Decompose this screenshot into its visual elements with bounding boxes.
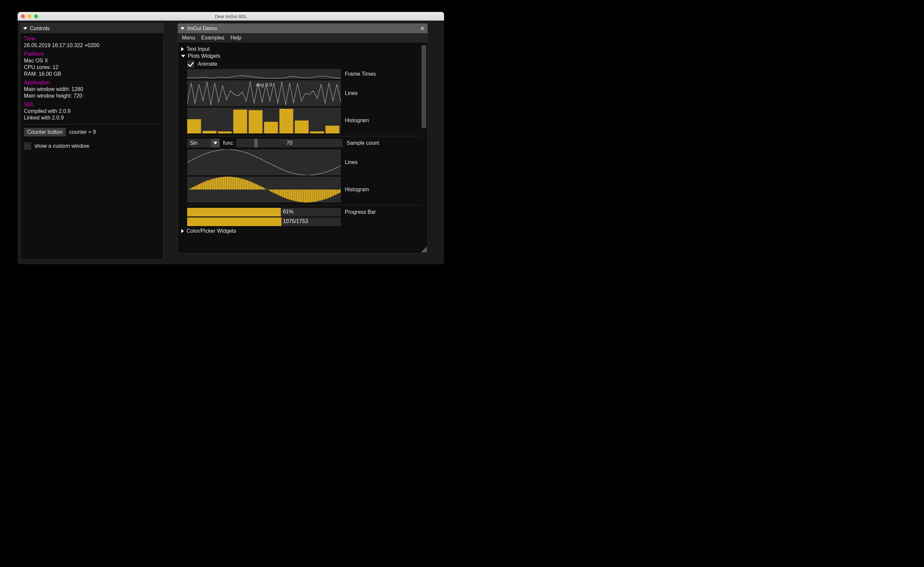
frame-times-row: Frame Times — [187, 69, 421, 79]
platform-os: Mac OS X — [24, 58, 160, 64]
tree-plots-widgets[interactable]: Plots Widgets — [181, 53, 421, 59]
sample-count-value: 70 — [286, 140, 292, 146]
svg-rect-39 — [251, 182, 253, 189]
platform-label: Platform — [24, 51, 160, 57]
text-input-label: Text Input — [186, 46, 209, 52]
svg-rect-0 — [187, 119, 201, 134]
svg-rect-12 — [192, 187, 194, 189]
svg-rect-55 — [286, 189, 288, 199]
svg-rect-36 — [244, 180, 246, 189]
svg-rect-4 — [249, 110, 262, 134]
svg-rect-78 — [336, 189, 339, 194]
slider-grab[interactable] — [254, 139, 258, 147]
svg-rect-51 — [277, 189, 279, 195]
svg-rect-34 — [240, 178, 242, 190]
svg-rect-20 — [209, 180, 211, 189]
counter-button[interactable]: Counter button — [24, 128, 66, 136]
controls-body: Time 26.05.2019 16:17:10.322 +0200 Platf… — [21, 33, 163, 259]
svg-rect-43 — [260, 186, 261, 189]
time-label: Time — [24, 36, 160, 42]
svg-rect-60 — [297, 189, 299, 202]
svg-rect-28 — [226, 177, 229, 189]
func-combo-button[interactable] — [211, 139, 220, 147]
collapse-icon — [181, 55, 185, 57]
svg-rect-6 — [279, 109, 293, 134]
tree-color-picker[interactable]: Color/Picker Widgets — [181, 228, 421, 234]
svg-rect-5 — [264, 122, 278, 134]
svg-rect-59 — [295, 189, 297, 201]
sin-hist-plot — [187, 177, 341, 202]
svg-rect-16 — [201, 183, 202, 190]
sdl-compiled: Compiled with 2.0.9 — [24, 108, 160, 114]
platform-ram: RAM: 16.00 GB — [24, 71, 160, 77]
svg-rect-70 — [319, 189, 321, 201]
svg-rect-48 — [270, 189, 273, 192]
svg-rect-76 — [332, 189, 334, 196]
resize-grip[interactable] — [421, 246, 427, 252]
mac-titlebar[interactable]: Dear ImGui SDL — [18, 12, 444, 21]
svg-rect-53 — [282, 189, 284, 197]
expand-icon — [181, 47, 184, 51]
content-area: Controls Time 26.05.2019 16:17:10.322 +0… — [18, 21, 444, 264]
svg-rect-13 — [194, 186, 196, 189]
svg-rect-73 — [326, 189, 328, 199]
svg-rect-3 — [233, 110, 247, 134]
show-custom-checkbox[interactable] — [24, 142, 31, 150]
svg-rect-63 — [304, 189, 306, 202]
demo-body: Menu Examples Help Text Input Plots Widg… — [178, 33, 428, 253]
platform-cpu: CPU cores: 12 — [24, 64, 160, 70]
svg-rect-2 — [218, 132, 232, 134]
menu-help[interactable]: Help — [230, 35, 241, 41]
func-row: Sin func 70 Sample count — [187, 139, 421, 147]
close-icon[interactable]: ✕ — [420, 26, 425, 32]
animate-checkbox[interactable] — [187, 60, 195, 68]
collapse-icon[interactable] — [180, 27, 184, 30]
svg-rect-21 — [212, 179, 213, 189]
svg-rect-29 — [229, 177, 231, 189]
svg-rect-24 — [218, 177, 220, 189]
svg-rect-19 — [207, 180, 209, 189]
sdl-label: SDL — [24, 102, 160, 108]
app-height: Main window height: 720 — [24, 93, 160, 99]
svg-rect-66 — [310, 189, 312, 202]
svg-rect-75 — [330, 189, 332, 197]
color-picker-label: Color/Picker Widgets — [186, 228, 236, 234]
sample-count-slider[interactable]: 70 — [236, 139, 342, 147]
progress-frac-row: 1075/1753 — [187, 218, 421, 226]
svg-rect-58 — [293, 189, 295, 201]
svg-rect-23 — [216, 178, 218, 189]
svg-rect-47 — [268, 189, 270, 190]
svg-rect-38 — [249, 181, 250, 189]
demo-window: ImGui Demo ✕ Menu Examples Help Text Inp… — [178, 23, 428, 253]
svg-rect-9 — [326, 126, 339, 134]
histogram-label: Histogram — [345, 117, 369, 123]
svg-rect-68 — [315, 189, 316, 202]
svg-rect-49 — [273, 189, 275, 193]
time-value: 26.05.2019 16:17:10.322 +0200 — [24, 42, 160, 48]
svg-rect-52 — [279, 189, 282, 196]
svg-rect-45 — [264, 189, 266, 189]
progress-text: 61% — [283, 209, 293, 215]
progress-row: 61% Progress Bar — [187, 208, 421, 216]
svg-rect-22 — [213, 178, 215, 190]
scrollbar[interactable] — [422, 45, 426, 128]
svg-rect-61 — [299, 189, 301, 202]
svg-rect-37 — [247, 180, 249, 189]
separator — [24, 124, 160, 124]
sin-lines-label: Lines — [345, 159, 357, 165]
frame-times-plot — [187, 69, 341, 79]
collapse-icon[interactable] — [23, 27, 27, 30]
controls-titlebar[interactable]: Controls — [21, 24, 163, 33]
svg-rect-40 — [253, 183, 255, 190]
svg-rect-17 — [202, 182, 204, 189]
progress-bar-label: Progress Bar — [345, 209, 376, 215]
demo-titlebar[interactable]: ImGui Demo ✕ — [178, 24, 428, 33]
lines-label: Lines — [345, 90, 357, 96]
menu-examples[interactable]: Examples — [201, 35, 224, 41]
progress-fill — [187, 208, 281, 216]
menu-menu[interactable]: Menu — [182, 35, 195, 41]
app-width: Main window width: 1280 — [24, 86, 160, 92]
func-combo[interactable]: Sin — [187, 139, 211, 147]
svg-rect-8 — [310, 132, 324, 134]
tree-text-input[interactable]: Text Input — [181, 46, 421, 52]
